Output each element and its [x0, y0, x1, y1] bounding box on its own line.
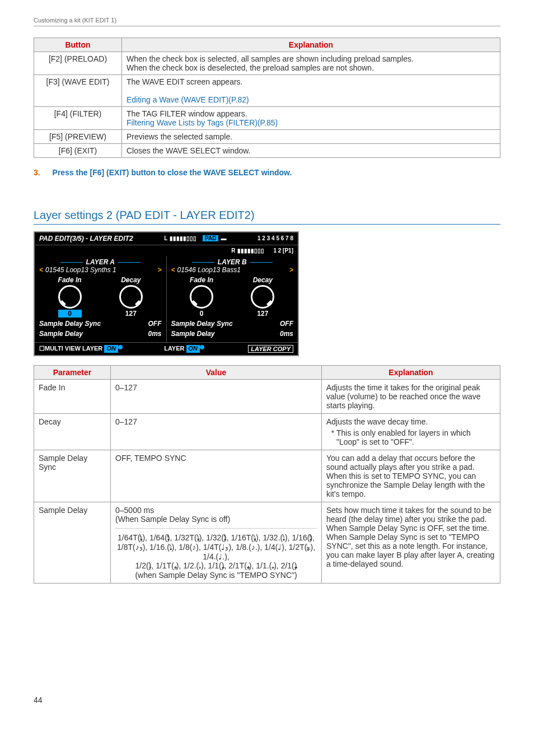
- section-heading: Layer settings 2 (PAD EDIT - LAYER EDIT2…: [34, 209, 500, 225]
- layer-copy-button: LAYER COPY: [248, 345, 293, 353]
- value-cell: OFF, TEMPO SYNC: [111, 450, 322, 502]
- table-row: Fade In 0–127 Adjusts the time it takes …: [34, 379, 500, 413]
- sds-value: OFF: [148, 320, 162, 328]
- link[interactable]: Editing a Wave (WAVE EDIT)(P.82): [127, 95, 249, 104]
- param-cell: Sample Delay Sync: [34, 450, 111, 502]
- sds-label: Sample Delay Sync: [171, 320, 233, 328]
- th-explanation: Explanation: [322, 365, 500, 379]
- fade-in-value: 0: [58, 310, 82, 318]
- step: 3. Press the [F6] (EXIT) button to close…: [34, 168, 500, 177]
- layer-b-toggle: ON: [186, 345, 200, 353]
- button-cell: [F4] (FILTER): [34, 107, 122, 130]
- sd-label: Sample Delay: [39, 330, 83, 338]
- explanation-cell: Adjusts the time it takes for the origin…: [322, 379, 500, 413]
- explanation-cell: The TAG FILTER window appears. Filtering…: [122, 107, 500, 130]
- button-cell: [F3] (WAVE EDIT): [34, 75, 122, 107]
- param-cell: Decay: [34, 413, 111, 450]
- knob-icon: [58, 285, 82, 309]
- table-row: [F2] (PRELOAD) When the check box is sel…: [34, 52, 500, 75]
- sds-label: Sample Delay Sync: [39, 320, 101, 328]
- meter-l-label: L: [164, 235, 167, 241]
- button-cell: [F2] (PRELOAD): [34, 52, 122, 75]
- th-value: Value: [111, 365, 322, 379]
- step-number: 3.: [34, 168, 40, 177]
- param-cell: Fade In: [34, 379, 111, 413]
- text-line: The TAG FILTER window appears.: [127, 109, 495, 118]
- note-item: This is only enabled for layers in which…: [336, 428, 495, 446]
- table-row: [F6] (EXIT) Closes the WAVE SELECT windo…: [34, 144, 500, 158]
- th-button: Button: [34, 38, 122, 52]
- pad-badge: PAD: [203, 235, 218, 241]
- value-cell: 0–5000 ms (When Sample Delay Sync is off…: [111, 502, 322, 583]
- decay-value: 127: [251, 310, 274, 318]
- link[interactable]: Filtering Wave Lists by Tags (FILTER)(P.…: [127, 118, 278, 127]
- chevron-right-icon: >: [157, 266, 161, 274]
- button-cell: [F5] (PREVIEW): [34, 130, 122, 144]
- th-explanation: Explanation: [122, 38, 500, 52]
- lcd-grid: 1 2 3 4 5 6 7 8: [257, 235, 293, 242]
- lcd-footer: ☐MULTI VIEW LAYER ON LAYER ON LAYER COPY: [35, 342, 298, 355]
- fade-in-value: 0: [190, 310, 213, 318]
- layer-a-toggle: ON: [104, 345, 118, 353]
- param-cell: Sample Delay: [34, 502, 111, 583]
- layer-a-wave: 01545 Loop13 Synths 1: [45, 266, 116, 274]
- sd-value: 0ms: [280, 330, 293, 338]
- explanation-cell: Adjusts the wave decay time. This is onl…: [322, 413, 500, 450]
- multi-view-checkbox: ☐MULTI VIEW: [39, 345, 81, 353]
- explanation-cell: Closes the WAVE SELECT window.: [122, 144, 500, 158]
- text-line: 1/64T(𝅘𝅥𝅯₃), 1/64(𝅘𝅥𝅯), 1/32T(𝅘𝅥𝅮₃), 1/3…: [115, 533, 317, 543]
- page-number: 44: [34, 696, 500, 704]
- value-cell: 0–127: [111, 379, 322, 413]
- toggle-dot-icon: [200, 345, 204, 349]
- text-line: When the check box is deselected, the pr…: [127, 63, 495, 72]
- value-top: 0–5000 ms (When Sample Delay Sync is off…: [115, 506, 317, 529]
- fade-in-label: Fade In: [190, 276, 213, 284]
- text-line: The WAVE EDIT screen appears.: [127, 77, 495, 86]
- lcd-screenshot: PAD EDIT(3/5) - LAYER EDIT2 L▮▮▮▮▮▯▯▯ PA…: [34, 231, 299, 356]
- lcd-layer-b: LAYER B < 01546 Loop13 Bass1 > Fade In 0…: [167, 256, 298, 342]
- explanation-cell: Previews the selected sample.: [122, 130, 500, 144]
- step-text: Press the [F6] (EXIT) button to close th…: [53, 168, 292, 177]
- knob-icon: [251, 285, 274, 309]
- meter-r: R▮▮▮▮▮▯▯▯: [231, 248, 264, 254]
- table-row: Sample Delay 0–5000 ms (When Sample Dela…: [34, 502, 500, 583]
- layer-b-header: LAYER B: [171, 258, 294, 266]
- buttons-table: Button Explanation [F2] (PRELOAD) When t…: [34, 38, 500, 158]
- table-row: Decay 0–127 Adjusts the wave decay time.…: [34, 413, 500, 450]
- text-line: When the check box is selected, all samp…: [127, 54, 495, 63]
- chevron-left-icon: <: [39, 266, 43, 274]
- table-row: [F3] (WAVE EDIT) The WAVE EDIT screen ap…: [34, 75, 500, 107]
- sd-value: 0ms: [148, 330, 161, 338]
- explanation-cell: Sets how much time it takes for the soun…: [322, 502, 500, 583]
- sd-label: Sample Delay: [171, 330, 215, 338]
- button-cell: [F6] (EXIT): [34, 144, 122, 158]
- value-bottom: 1/64T(𝅘𝅥𝅯₃), 1/64(𝅘𝅥𝅯), 1/32T(𝅘𝅥𝅮₃), 1/3…: [115, 533, 317, 580]
- decay-label: Decay: [119, 276, 143, 284]
- th-parameter: Parameter: [34, 365, 111, 379]
- text-line: Adjusts the wave decay time.: [326, 417, 428, 426]
- lcd-layer-a: LAYER A < 01545 Loop13 Synths 1 > Fade I…: [35, 256, 167, 342]
- lcd-meters: L▮▮▮▮▮▯▯▯ PAD▬: [164, 235, 226, 242]
- toggle-dot-icon: [118, 345, 123, 349]
- table-row: [F4] (FILTER) The TAG FILTER window appe…: [34, 107, 500, 130]
- layer-a-header: LAYER A: [39, 258, 162, 266]
- table-row: [F5] (PREVIEW) Previews the selected sam…: [34, 130, 500, 144]
- table-row: Sample Delay Sync OFF, TEMPO SYNC You ca…: [34, 450, 500, 502]
- layer-label: LAYER: [164, 345, 184, 353]
- value-cell: 0–127: [111, 413, 322, 450]
- explanation-cell: You can add a delay that occurs before t…: [322, 450, 500, 502]
- knob-icon: [190, 285, 213, 309]
- text-line: (when Sample Delay Sync is "TEMPO SYNC"): [115, 571, 317, 580]
- parameter-table: Parameter Value Explanation Fade In 0–12…: [34, 365, 500, 584]
- grid-bottom: 1 2 [P1]: [273, 248, 293, 254]
- sds-value: OFF: [280, 320, 293, 328]
- decay-value: 127: [119, 310, 143, 318]
- layer-label: LAYER: [82, 345, 102, 353]
- knob-icon: [119, 285, 143, 309]
- fade-in-label: Fade In: [58, 276, 82, 284]
- chevron-right-icon: >: [289, 266, 293, 274]
- chevron-left-icon: <: [171, 266, 175, 274]
- page-header: Customizing a kit (KIT EDIT 1): [34, 17, 500, 26]
- explanation-cell: When the check box is selected, all samp…: [122, 52, 500, 75]
- layer-b-wave: 01546 Loop13 Bass1: [177, 266, 241, 274]
